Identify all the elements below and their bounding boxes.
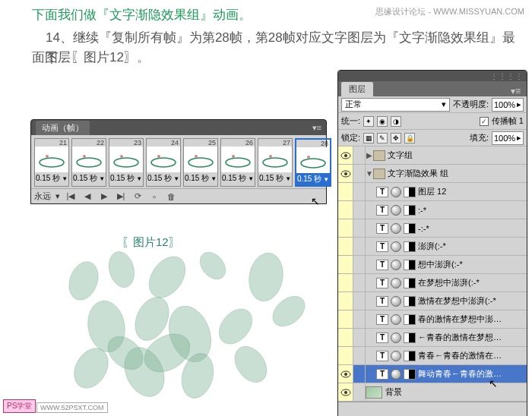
text-layer-icon: T xyxy=(376,278,388,288)
layer-row[interactable]: T想中澎湃(:-* xyxy=(338,256,527,274)
layer-style-icon xyxy=(391,241,401,252)
layer-name: 文字渐隐效果 组 xyxy=(388,168,448,179)
visibility-toggle[interactable] xyxy=(338,292,353,310)
layer-name: :-* xyxy=(418,206,426,215)
frame-28[interactable]: 28 0.15 秒▼ xyxy=(295,138,331,187)
lock-transparent-icon[interactable]: ▦ xyxy=(363,133,374,143)
visibility-toggle[interactable] xyxy=(338,201,353,219)
layer-row[interactable]: T舞动青春←青春的激… xyxy=(338,365,527,383)
svg-point-11 xyxy=(232,155,235,158)
svg-point-8 xyxy=(188,158,213,167)
svg-point-12 xyxy=(263,158,287,167)
visibility-toggle[interactable] xyxy=(338,347,353,364)
play-button[interactable]: ▶ xyxy=(98,191,110,202)
layer-row[interactable]: T澎湃(:-* xyxy=(338,238,527,256)
frame-25[interactable]: 25 0.15 秒▼ xyxy=(183,138,218,187)
layer-row[interactable]: T←青春的激情在梦想… xyxy=(338,329,527,347)
layer-row[interactable]: ▼文字渐隐效果 组 xyxy=(338,165,527,183)
layer-row[interactable]: 背景 xyxy=(338,383,527,402)
layers-menu-icon[interactable]: ▾≡ xyxy=(508,86,524,96)
propagate-checkbox[interactable]: ✓ xyxy=(480,117,489,126)
layer-style-icon xyxy=(391,205,401,216)
svg-point-9 xyxy=(195,155,198,158)
lock-position-icon[interactable]: ✥ xyxy=(391,133,401,143)
layer-row[interactable]: T激情在梦想中澎湃(:-* xyxy=(338,292,527,310)
mask-icon xyxy=(404,187,416,197)
layer-name: 图层 12 xyxy=(418,186,446,197)
layer-row[interactable]: T在梦想中澎湃(:-* xyxy=(338,274,527,292)
layer-style-icon xyxy=(391,278,401,288)
svg-point-0 xyxy=(40,158,64,167)
animation-tab[interactable]: 动画（帧） xyxy=(36,121,90,135)
expand-icon[interactable]: ▶ xyxy=(366,151,373,159)
lock-all-icon[interactable]: 🔒 xyxy=(404,133,415,143)
frame-24[interactable]: 24 0.15 秒▼ xyxy=(146,138,181,187)
layer-style-icon xyxy=(391,314,401,325)
visibility-toggle[interactable] xyxy=(338,274,353,292)
visibility-toggle[interactable] xyxy=(338,219,353,237)
svg-point-17 xyxy=(344,154,347,157)
visibility-toggle[interactable] xyxy=(338,310,353,328)
expand-icon[interactable]: ▼ xyxy=(366,169,373,178)
layers-tab[interactable]: 图层 xyxy=(341,82,373,96)
loop-selector[interactable]: 永远 xyxy=(34,191,51,202)
svg-point-14 xyxy=(301,159,325,168)
watermark-url: WWW.52PSXT.COM xyxy=(36,402,108,413)
visibility-toggle[interactable] xyxy=(338,165,353,182)
visibility-toggle[interactable] xyxy=(338,256,353,273)
lock-pixels-icon[interactable]: ✎ xyxy=(377,133,388,143)
svg-point-33 xyxy=(212,303,258,351)
tween-button[interactable]: ⟳ xyxy=(131,191,144,202)
layer-row[interactable]: T-:-* xyxy=(338,219,527,238)
frame-21[interactable]: 21 0.15 秒▼ xyxy=(34,138,69,187)
svg-point-37 xyxy=(228,340,273,388)
layer-row[interactable]: T:-* xyxy=(338,201,527,219)
visibility-toggle[interactable] xyxy=(338,329,353,346)
svg-point-26 xyxy=(141,250,192,304)
frame-26[interactable]: 26 0.15 秒▼ xyxy=(220,138,255,187)
unify-position-icon[interactable]: ✦ xyxy=(363,116,374,127)
svg-point-3 xyxy=(83,155,86,158)
layer-name: 春的激情在梦想中澎… xyxy=(418,314,502,325)
panel-menu-icon[interactable]: ▾≡ xyxy=(312,123,321,133)
layer-row[interactable]: ▶文字组 xyxy=(338,147,527,165)
intro-text: 下面我们做『文字渐隐效果组』动画。 xyxy=(32,6,252,24)
layer-row[interactable]: T青春←青春的激情在… xyxy=(338,347,527,365)
prev-frame-button[interactable]: ◀ xyxy=(81,191,93,202)
mask-icon xyxy=(404,241,416,252)
svg-point-23 xyxy=(344,391,347,394)
layer-row[interactable]: T图层 12 xyxy=(338,183,527,201)
frame-23[interactable]: 23 0.15 秒▼ xyxy=(109,138,144,187)
delete-frame-button[interactable]: 🗑 xyxy=(165,191,177,202)
layer-style-icon xyxy=(391,260,401,270)
blend-mode-select[interactable]: 正常▾ xyxy=(341,98,450,112)
unify-visibility-icon[interactable]: ◉ xyxy=(377,116,388,127)
visibility-toggle[interactable] xyxy=(338,238,353,255)
visibility-toggle[interactable] xyxy=(338,147,353,164)
svg-point-21 xyxy=(344,373,347,376)
frame-27[interactable]: 27 0.15 秒▼ xyxy=(258,138,293,187)
panel-grip-icon[interactable]: ⋮⋮⋮⋮ xyxy=(490,72,524,80)
text-layer-icon: T xyxy=(376,332,388,343)
new-frame-button[interactable]: ▫ xyxy=(148,191,160,202)
layer-name: 背景 xyxy=(385,386,402,398)
layer-row[interactable]: T春的激情在梦想中澎… xyxy=(338,310,527,329)
mask-icon xyxy=(404,205,416,216)
fill-input[interactable]: 100%▸ xyxy=(492,131,524,145)
step-text-2: 面图层〖图片12〗。 xyxy=(32,49,150,66)
svg-point-28 xyxy=(245,251,287,304)
first-frame-button[interactable]: |◀ xyxy=(65,191,77,202)
visibility-toggle[interactable] xyxy=(338,365,353,383)
mask-icon xyxy=(404,314,416,325)
svg-point-1 xyxy=(46,155,49,158)
layer-name: ←青春的激情在梦想… xyxy=(418,332,502,343)
opacity-input[interactable]: 100%▸ xyxy=(492,98,524,112)
svg-point-4 xyxy=(114,158,138,167)
mask-icon xyxy=(404,332,416,343)
frame-22[interactable]: 22 0.15 秒▼ xyxy=(71,138,106,187)
next-frame-button[interactable]: ▶| xyxy=(115,191,127,202)
visibility-toggle[interactable] xyxy=(338,383,353,401)
unify-style-icon[interactable]: ◑ xyxy=(391,116,401,127)
visibility-toggle[interactable] xyxy=(338,183,353,200)
svg-point-15 xyxy=(307,156,310,159)
